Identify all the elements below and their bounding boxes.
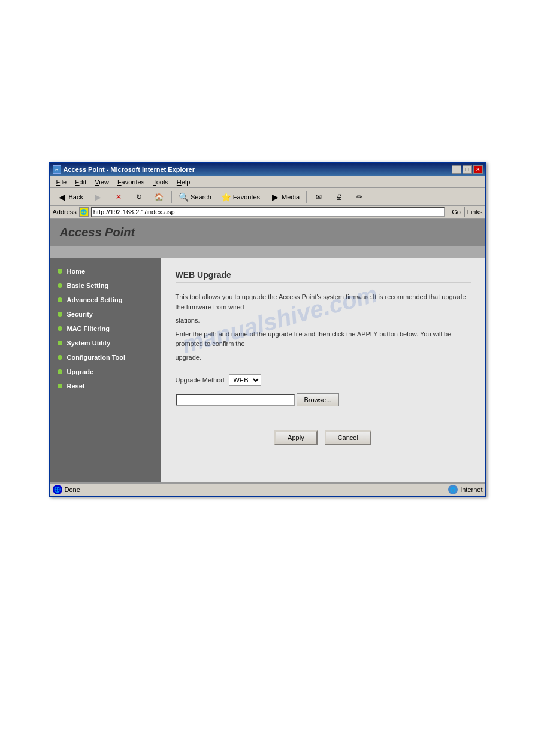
close-button[interactable]: ✕ [473,165,483,174]
sidebar-item-upgrade[interactable]: Upgrade [50,365,161,379]
back-button[interactable]: ◀ Back [53,190,87,204]
stop-button[interactable]: ✕ [109,190,128,204]
section-title: WEB Upgrade [176,270,471,283]
menu-view[interactable]: View [91,178,113,186]
file-path-input[interactable] [176,394,295,406]
go-button[interactable]: Go [448,207,465,217]
media-icon: ▶ [270,192,280,202]
sidebar-label-utility: System Utility [67,339,111,347]
menu-favorites[interactable]: Favorites [114,178,148,186]
right-content: manualshive.com WEB Upgrade This tool al… [161,258,485,482]
browser-icon: e [53,165,61,174]
bullet-advanced [58,297,62,302]
sidebar-item-basic-setting[interactable]: Basic Setting [50,278,161,293]
address-page-icon: 🌐 [79,207,89,217]
description-line4: upgrade. [176,353,471,363]
description-line2: stations. [176,315,471,326]
status-right: 🌐 Internet [448,485,482,494]
upgrade-method-row: Upgrade Method WEB TFTP [176,374,471,386]
forward-button[interactable]: ▶ [89,190,108,204]
status-page-icon: 🌐 [53,485,62,494]
home-button[interactable]: 🏠 [150,190,169,204]
file-input-row: Browse... [176,393,471,406]
status-left: 🌐 Done [53,485,449,494]
upgrade-method-select[interactable]: WEB TFTP [229,374,261,386]
address-input[interactable]: http://192.168.2.1/index.asp [91,207,445,217]
home-icon: 🏠 [154,192,165,202]
minimize-button[interactable]: _ [452,165,461,174]
sidebar-label-basic: Basic Setting [67,282,109,289]
sidebar-label-config: Configuration Tool [67,354,126,361]
media-label: Media [282,193,300,201]
print-icon: 🖨 [334,192,344,202]
page-header: Access Point [50,219,485,246]
bullet-reset [58,384,62,388]
media-button[interactable]: ▶ Media [265,190,304,204]
sidebar-item-home[interactable]: Home [50,264,161,278]
page-header-title: Access Point [60,226,135,239]
sidebar-item-advanced-setting[interactable]: Advanced Setting [50,293,161,307]
favorites-icon: ⭐ [221,192,232,202]
sub-header-bar [50,246,485,258]
bullet-security [58,312,62,317]
description-line1: This tool allows you to upgrade the Acce… [176,292,471,312]
sidebar-label-upgrade: Upgrade [67,368,94,375]
sidebar-item-system-utility[interactable]: System Utility [50,336,161,350]
cancel-button[interactable]: Cancel [325,430,371,445]
sidebar-label-home: Home [67,268,86,275]
edit-button[interactable]: ✏ [350,190,369,204]
menu-file[interactable]: File [53,178,71,186]
content-area: Access Point Home Basic Setting [50,219,485,482]
sidebar-item-security[interactable]: Security [50,307,161,321]
search-button[interactable]: 🔍 Search [174,190,216,204]
button-row: Apply Cancel [176,430,471,445]
menu-tools[interactable]: Tools [149,178,172,186]
sidebar-label-security: Security [67,311,93,318]
apply-button[interactable]: Apply [274,430,318,445]
sidebar-label-reset: Reset [67,382,85,390]
internet-label: Internet [460,486,482,493]
menu-bar: File Edit View Favorites Tools Help [50,176,485,188]
main-layout: Home Basic Setting Advanced Setting Secu… [50,258,485,482]
toolbar: ◀ Back ▶ ✕ ↻ 🏠 🔍 Search [50,188,485,206]
bullet-utility [58,341,62,345]
sidebar-label-mac: MAC Filtering [67,325,110,332]
maximize-button[interactable]: □ [463,165,472,174]
internet-icon: 🌐 [448,485,458,494]
address-label: Address [53,208,77,215]
back-icon: ◀ [57,192,68,202]
toolbar-separator2 [306,191,307,203]
bullet-home [58,269,62,274]
browse-button[interactable]: Browse... [297,393,340,406]
refresh-icon: ↻ [134,192,144,202]
address-url: http://192.168.2.1/index.asp [93,208,175,215]
favorites-button[interactable]: ⭐ Favorites [217,190,264,204]
sidebar-item-reset[interactable]: Reset [50,379,161,393]
window-controls: _ □ ✕ [452,165,483,174]
browser-window: e Access Point - Microsoft Internet Expl… [49,162,486,497]
back-label: Back [69,193,83,201]
upgrade-method-label: Upgrade Method [176,377,225,384]
search-icon: 🔍 [179,192,189,202]
menu-edit[interactable]: Edit [71,178,90,186]
bullet-mac [58,326,62,331]
print-button[interactable]: 🖨 [330,190,349,204]
sidebar-item-config-tool[interactable]: Configuration Tool [50,350,161,365]
menu-help[interactable]: Help [173,178,194,186]
status-text: Done [65,486,80,493]
sidebar-item-mac-filtering[interactable]: MAC Filtering [50,321,161,336]
bullet-basic [58,283,62,288]
stop-icon: ✕ [113,192,124,202]
refresh-button[interactable]: ↻ [129,190,149,204]
sidebar-label-advanced: Advanced Setting [67,296,123,303]
toolbar-separator [171,191,172,203]
bullet-upgrade [58,369,62,374]
title-bar: e Access Point - Microsoft Internet Expl… [50,163,485,176]
search-label: Search [191,193,211,201]
description-line3: Enter the path and name of the upgrade f… [176,329,471,349]
sidebar: Home Basic Setting Advanced Setting Secu… [50,258,161,482]
mail-button[interactable]: ✉ [309,190,328,204]
favorites-label: Favorites [233,193,260,201]
bullet-config [58,355,62,360]
mail-icon: ✉ [313,192,324,202]
